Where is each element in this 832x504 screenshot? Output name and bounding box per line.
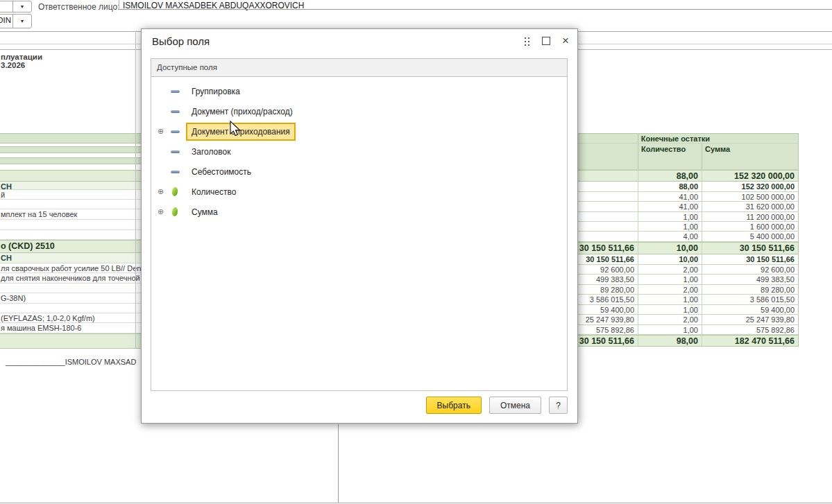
table-cell [578, 192, 638, 201]
table-cell [578, 232, 638, 241]
table-cell: 575 892,86 [702, 325, 798, 334]
table-row: 4,005 400 000,00 [578, 232, 799, 242]
table-cell: 2,00 [638, 315, 702, 324]
ending-balance-table: Конечные остатки Количество Сумма 88,001… [578, 133, 799, 347]
table-cell: 1,00 [638, 275, 702, 284]
table-cell [578, 202, 638, 211]
field-item-label: Сумма [186, 203, 223, 221]
more-menu-icon[interactable] [525, 37, 530, 46]
table-row: 88,00152 320 000,00 [578, 170, 799, 182]
report-left-row [0, 200, 141, 209]
report-left-row: я машина EMSH-180-6 [0, 323, 141, 333]
table-cell [578, 222, 638, 231]
table-cell: 89 280,00 [578, 285, 638, 294]
report-left-row: СН [0, 253, 141, 263]
table-cell: 102 500 000,00 [702, 192, 798, 201]
expand-icon[interactable]: ⊕ [158, 187, 169, 196]
report-left-row: СН [0, 182, 141, 190]
maximize-icon[interactable] [542, 37, 550, 45]
table-row: 30 150 511,6610,0030 150 511,66 [578, 254, 799, 265]
table-cell: 152 320 000,00 [702, 171, 798, 181]
table-cell: 11 200 000,00 [702, 212, 798, 221]
field-item[interactable]: Группировка [151, 81, 567, 101]
table-cell: 30 150 511,66 [702, 243, 798, 254]
available-fields-box: Доступные поля ГруппировкаДокумент (прих… [151, 58, 568, 391]
table-cell: 1,00 [638, 295, 702, 304]
quantity-column-header: Количество [638, 144, 702, 169]
table-cell: 41,00 [638, 192, 702, 201]
table-row: 25 247 939,802,0025 247 939,80 [578, 315, 799, 325]
table-cell: 59 400,00 [578, 305, 638, 314]
table-row: 41,00102 500 000,00 [578, 192, 799, 202]
field-item[interactable]: ⊕Количество [151, 182, 567, 202]
field-list: ГруппировкаДокумент (приход/расход)⊕Доку… [151, 77, 567, 222]
report-left-row [0, 304, 141, 313]
dialog-button-row: Выбрать Отмена ? [142, 397, 568, 414]
table-row: 575 892,861,00575 892,86 [578, 325, 799, 335]
table-cell: 41,00 [638, 202, 702, 211]
table-row: 499 383,501,00499 383,50 [578, 275, 799, 285]
table-cell: 152 320 000,00 [702, 182, 798, 191]
responsible-field-underline [119, 9, 832, 10]
table-row: 88,00152 320 000,00 [578, 182, 799, 192]
report-left-row: о (CKD) 2510 [0, 240, 141, 253]
report-left-row: ля сварочных работ усилие 50 LB// Den. [0, 263, 141, 273]
table-cell: 1,00 [638, 212, 702, 221]
sum-column-header: Сумма [702, 144, 798, 169]
report-left-row: й [0, 190, 141, 200]
table-cell: 89 280,00 [702, 285, 798, 294]
table-row: 1,0011 200 000,00 [578, 212, 799, 222]
close-icon[interactable]: × [562, 36, 569, 46]
table-cell: 4,00 [638, 232, 702, 241]
table-cell: 10,00 [638, 243, 702, 254]
dimension-field-icon [171, 110, 180, 113]
field-item-label: Себестоимость [186, 163, 257, 181]
page-break-line [338, 424, 339, 503]
table-header-cell [578, 144, 638, 169]
report-left-row [0, 157, 141, 164]
table-cell: 3 586 015,50 [578, 295, 638, 304]
table-cell: 5 400 000,00 [702, 232, 798, 241]
report-left-row [0, 133, 141, 144]
table-cell: 88,00 [638, 182, 702, 191]
table-cell: 30 150 511,66 [578, 336, 638, 346]
report-left-row: мплект на 15 человек [0, 209, 141, 220]
field-item[interactable]: ⊕Сумма [151, 202, 567, 222]
expand-icon[interactable]: ⊕ [158, 207, 169, 216]
table-row: 41,0031 620 000,00 [578, 202, 799, 212]
report-column-edge [135, 33, 136, 349]
table-cell: 1,00 [638, 305, 702, 314]
table-cell: 499 383,50 [702, 275, 798, 284]
table-cell: 2,00 [638, 265, 702, 274]
dimension-field-icon [171, 130, 180, 133]
table-cell: 59 400,00 [702, 305, 798, 314]
dimension-field-icon [171, 150, 180, 153]
report-left-row [0, 170, 141, 182]
table-header-cell [578, 134, 638, 143]
table-cell: 30 150 511,66 [578, 254, 638, 264]
table-row: 1,001 600 000,00 [578, 222, 799, 232]
help-button[interactable]: ? [549, 397, 568, 414]
field-item[interactable]: Себестоимость [151, 162, 567, 182]
table-row: 30 150 511,6698,00182 470 511,66 [578, 335, 799, 347]
field-item[interactable]: Документ (приход/расход) [151, 101, 567, 121]
table-cell: 92 600,00 [578, 265, 638, 274]
table-row: 92 600,002,0092 600,00 [578, 265, 799, 275]
field-item-label: Заголовок [186, 143, 236, 161]
table-cell: 575 892,86 [578, 325, 638, 334]
cancel-button[interactable]: Отмена [489, 397, 541, 414]
table-cell: 31 620 000,00 [702, 202, 798, 211]
expand-icon[interactable]: ⊕ [158, 127, 169, 136]
report-left-strip: СНймплект на 15 человеко (CKD) 2510СНля … [0, 0, 141, 504]
table-cell [578, 212, 638, 221]
table-row: 89 280,002,0089 280,00 [578, 285, 799, 295]
select-button[interactable]: Выбрать [426, 397, 482, 414]
table-cell: 1,00 [638, 222, 702, 231]
report-left-row [0, 284, 141, 293]
dimension-field-icon [171, 90, 180, 93]
table-cell: 88,00 [638, 171, 702, 181]
field-item[interactable]: Заголовок [151, 141, 567, 162]
signature-line: ______________ISMOILOV MAXSAD [0, 358, 141, 366]
report-left-row [0, 146, 141, 153]
field-item[interactable]: ⊕Документ оприходования [151, 121, 567, 141]
